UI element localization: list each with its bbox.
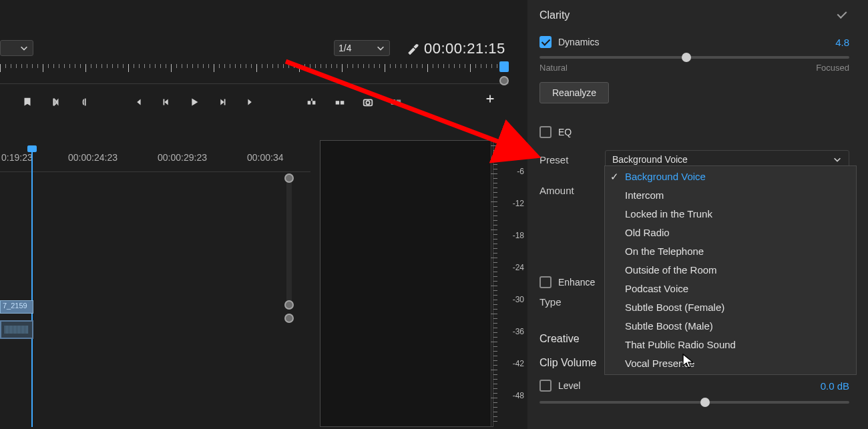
zoom-dropdown[interactable] xyxy=(0,40,33,56)
level-slider[interactable] xyxy=(539,401,849,404)
db-label: -6 xyxy=(499,167,524,176)
timecode-label: 00:00:29:23 xyxy=(158,152,207,163)
db-label: -12 xyxy=(499,199,524,208)
ruler-ticks xyxy=(0,64,509,83)
db-label: -42 xyxy=(499,359,524,368)
clarity-checkbox[interactable] xyxy=(837,9,849,21)
svg-rect-7 xyxy=(397,99,401,104)
svg-rect-6 xyxy=(391,99,395,104)
enhance-checkbox[interactable] xyxy=(539,276,552,288)
level-checkbox[interactable] xyxy=(539,380,552,392)
db-label: -48 xyxy=(499,391,524,400)
level-label: Level xyxy=(558,380,580,391)
svg-point-5 xyxy=(366,101,369,104)
amount-label: Amount xyxy=(539,185,586,196)
preset-option[interactable]: Subtle Boost (Female) xyxy=(605,298,856,317)
chevron-down-icon xyxy=(376,43,385,53)
in-point-button[interactable] xyxy=(48,95,63,109)
zoom-scroll-handle[interactable] xyxy=(499,76,509,85)
dynamics-row: Dynamics 4.8 xyxy=(539,36,849,48)
dynamics-slider[interactable] xyxy=(539,56,849,59)
top-toolbar: 1/4 00:00:21:15 xyxy=(0,40,527,59)
db-label: -18 xyxy=(499,231,524,240)
step-back-button[interactable] xyxy=(159,95,174,109)
main-workspace: 1/4 00:00:21:15 0:19:23 00:00:24:23 xyxy=(0,0,527,429)
creative-label: Creative xyxy=(539,333,580,345)
insert-button[interactable] xyxy=(304,95,319,109)
chevron-down-icon xyxy=(19,43,29,53)
waveform-icon xyxy=(5,326,29,334)
db-label: -30 xyxy=(499,295,524,304)
preset-option[interactable]: Vocal Presence xyxy=(605,354,856,373)
export-frame-button[interactable] xyxy=(361,95,375,109)
preset-option[interactable]: Podcast Voice xyxy=(605,280,856,298)
level-value[interactable]: 0.0 dB xyxy=(821,380,849,392)
clarity-label: Clarity xyxy=(539,9,570,21)
dynamics-value[interactable]: 4.8 xyxy=(835,37,849,48)
eq-row: EQ xyxy=(539,126,849,138)
preset-label: Preset xyxy=(539,154,586,165)
go-to-out-button[interactable] xyxy=(243,95,258,109)
svg-rect-0 xyxy=(308,101,311,104)
timecode-label: 00:00:34 xyxy=(247,152,284,163)
playhead[interactable] xyxy=(31,152,33,427)
audio-meter-panel: -6 -12 -18 -24 -30 -36 -42 -48 xyxy=(310,120,527,427)
transport-controls xyxy=(20,92,514,112)
preset-options-list: Background Voice Intercom Locked in the … xyxy=(604,165,857,375)
add-button[interactable] xyxy=(483,92,497,105)
db-label: -36 xyxy=(499,327,524,336)
marker-button[interactable] xyxy=(20,95,35,109)
step-forward-button[interactable] xyxy=(215,95,230,109)
level-row: Level 0.0 dB xyxy=(539,380,849,392)
svg-rect-2 xyxy=(336,101,339,104)
slider-max-label: Focused xyxy=(816,63,849,73)
dynamics-label: Dynamics xyxy=(558,37,599,47)
scrollbar-handle[interactable] xyxy=(284,300,294,310)
svg-rect-1 xyxy=(312,101,316,104)
timecode-display[interactable]: 00:00:21:15 xyxy=(424,40,505,57)
preset-option[interactable]: On the Telephone xyxy=(605,242,856,261)
scrollbar-handle[interactable] xyxy=(284,173,294,183)
meter-display xyxy=(320,140,493,427)
overwrite-button[interactable] xyxy=(333,95,347,109)
essential-sound-panel: Clarity Dynamics 4.8 Natural Focused Rea… xyxy=(527,0,868,429)
preset-option[interactable]: That Public Radio Sound xyxy=(605,336,856,354)
slider-min-label: Natural xyxy=(539,63,568,73)
enhance-label: Enhance xyxy=(558,277,595,288)
resolution-dropdown[interactable]: 1/4 xyxy=(334,40,390,56)
chevron-down-icon xyxy=(833,155,842,164)
preset-option[interactable]: Locked in the Trunk xyxy=(605,205,856,224)
reanalyze-button[interactable]: Reanalyze xyxy=(539,82,609,103)
preset-option[interactable]: Background Voice xyxy=(605,167,856,186)
play-button[interactable] xyxy=(187,95,202,109)
timeline-panel: 0:19:23 00:00:24:23 00:00:29:23 00:00:34… xyxy=(0,120,310,427)
preset-option[interactable]: Intercom xyxy=(605,186,856,205)
wrench-icon[interactable] xyxy=(406,41,419,55)
out-point-button[interactable] xyxy=(76,95,91,109)
go-to-in-button[interactable] xyxy=(131,95,146,109)
timeline-ruler[interactable]: 0:19:23 00:00:24:23 00:00:29:23 00:00:34 xyxy=(0,152,310,172)
audio-clip[interactable] xyxy=(0,320,33,339)
video-clip[interactable]: 7_2159 xyxy=(0,300,33,314)
scrollbar-handle[interactable] xyxy=(284,314,294,323)
work-area-ruler[interactable] xyxy=(0,64,509,84)
dynamics-slider-labels: Natural Focused xyxy=(539,63,849,73)
timecode-label: 0:19:23 xyxy=(1,152,33,163)
work-area-end-handle[interactable] xyxy=(499,61,509,72)
comparison-view-button[interactable] xyxy=(389,95,403,109)
svg-rect-3 xyxy=(341,101,344,104)
track-zoom-scrollbar[interactable] xyxy=(286,173,292,307)
preset-option[interactable]: Old Radio xyxy=(605,224,856,242)
eq-checkbox[interactable] xyxy=(539,126,552,138)
eq-label: EQ xyxy=(558,127,572,137)
slider-handle[interactable] xyxy=(682,53,691,62)
slider-handle[interactable] xyxy=(700,398,710,407)
clarity-section-header: Clarity xyxy=(539,9,849,21)
dynamics-checkbox[interactable] xyxy=(539,36,552,48)
timecode-label: 00:00:24:23 xyxy=(68,152,118,163)
db-scale: -6 -12 -18 -24 -30 -36 -42 -48 xyxy=(491,140,524,427)
preset-option[interactable]: Outside of the Room xyxy=(605,261,856,280)
resolution-value: 1/4 xyxy=(339,43,351,53)
preset-option[interactable]: Subtle Boost (Male) xyxy=(605,317,856,336)
clip-volume-label: Clip Volume xyxy=(539,357,596,368)
